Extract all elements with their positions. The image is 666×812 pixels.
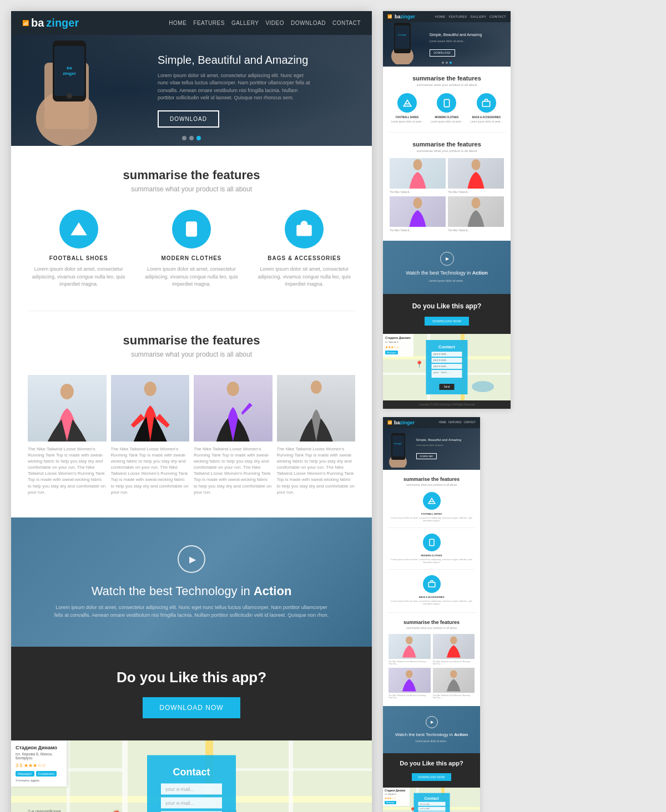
svg-point-16 [144,382,156,396]
preview1-route-btn[interactable]: Маршрут [385,351,398,354]
preview2-nav-3[interactable]: CONTACT [464,421,476,424]
preview1-contact-input-3[interactable] [432,364,462,369]
preview1-contact-input-2[interactable] [432,358,462,363]
preview2-input-1[interactable] [418,802,445,806]
svg-text:zinger: zinger [63,71,76,76]
nav-home[interactable]: HOME [169,20,186,26]
hero-content: Simple, Beautiful and Amazing Lorem ipsu… [158,54,313,128]
gallery-caption-2: The Nike Tailwind Loose Women's Running … [111,446,190,496]
preview1-nav-contact[interactable]: CONTACT [490,15,506,18]
preview2-feature-2: MODERN CLOTHES Lorem ipsum dolor sit ame… [389,534,475,564]
video-section: Watch the best Technology in Action Lore… [11,517,372,647]
preview1-feature-desc-1: Lorem ipsum dolor sit amet... [390,120,425,124]
map-sidebar: Стадион Динамо пл. Кирова 8, Минск, Бела… [11,740,67,786]
map-route-button[interactable]: Маршрут [16,771,34,777]
preview1-hero: bazinger Simple, Beautiful and Amazing L… [383,22,511,67]
preview1-video: ▶ Watch the best Technology in Action Lo… [383,241,511,294]
svg-point-73 [450,670,457,678]
nav-features[interactable]: FEATURES [193,20,225,26]
preview1-feature-name-3: BAGS & ACCESSORIES [469,116,504,119]
preview1-nav-gallery[interactable]: GALLERY [471,15,487,18]
contact-title: Contact [161,767,222,778]
site-logo[interactable]: 📶 bazinger [22,17,79,29]
feature-item-1: FOOTBALL SHOES Lorem ipsum dolor sit ame… [28,210,129,288]
preview1-gallery-img-4 [448,196,504,227]
preview1-cta-title: Do you Like this app? [390,302,504,310]
video-title-bold: Action [254,584,291,598]
preview2-gallery-grid: The Nike Tailwind Loose Women's Running … [389,634,475,699]
gallery-grid: The Nike Tailwind Loose Women's Running … [28,375,355,496]
preview1-feature-name-1: FOOTBALL SHOES [390,116,425,119]
feature-desc-1: Lorem ipsum dolor sit amet, consectetur … [28,266,129,288]
page-wrapper: 📶 bazinger HOME FEATURES GALLERY VIDEO D… [0,0,666,812]
svg-point-18 [310,380,321,394]
hero-title: Simple, Beautiful and Amazing [158,54,313,67]
gallery-image-2 [111,375,190,441]
preview1-nav: HOME FEATURES GALLERY CONTACT [435,15,506,18]
preview1-gallery-caption-2: The Nike Tailwind... [448,191,504,194]
preview1-feature-desc-2: Lorem ipsum dolor sit amet... [429,120,464,124]
preview2-video-title: Watch the best Technology in Action [395,732,468,737]
contact-email-2[interactable] [161,798,222,809]
preview1-nav-features[interactable]: FEATURES [449,15,467,18]
svg-point-70 [406,636,412,644]
preview1-gallery-item-2: The Nike Tailwind... [448,158,504,194]
nav-gallery[interactable]: GALLERY [231,20,259,26]
svg-rect-68 [429,539,433,546]
preview2-play-button[interactable]: ▶ [426,716,438,728]
preview1-submit-btn[interactable]: Send [440,384,455,390]
preview1-gallery-item-1: The Nike Tailwind... [390,158,446,194]
preview1-pin: 📍 [415,361,423,368]
preview2-gallery-caption-4: The Nike Tailwind Loose Women's Running … [433,694,475,699]
nav-download[interactable]: DOWNLOAD [291,20,326,26]
preview2-features-list: FOOTBALL SHOES Lorem ipsum dolor sit ame… [389,492,475,606]
preview1-cta-btn[interactable]: Download now [425,317,469,326]
preview1-feature-icon-3 [477,93,496,113]
preview2-cta-btn[interactable]: Download now [412,773,451,781]
preview1-download-btn[interactable]: DOWNLOAD [430,49,456,57]
preview2-download-btn[interactable]: DOWNLOAD [416,453,437,459]
preview1-play-button[interactable]: ▶ [440,252,454,266]
preview2-input-2[interactable] [418,806,445,810]
map-save-button[interactable]: Сохранить [36,771,57,777]
preview2-route-btn[interactable]: Маршрут [385,801,396,804]
gallery-item-1: The Nike Tailwind Loose Women's Running … [28,375,107,496]
preview1-gallery-img-1 [390,158,446,189]
preview1-dot1 [442,62,444,64]
preview1-feature-2: MODERN CLOTHES Lorem ipsum dolor sit ame… [429,93,464,124]
preview1-feature-3: BAGS & ACCESSORIES Lorem ipsum dolor sit… [469,93,504,124]
play-button[interactable] [178,545,205,573]
preview1-features-title: summarise the features [390,75,504,82]
gallery-section: summarise the features summarise what yo… [11,311,372,518]
preview1-contact-input-1[interactable] [432,352,462,357]
preview1-contact-textarea[interactable] [432,370,462,378]
cta-download-button[interactable]: Download now [143,697,240,718]
dot-3[interactable] [196,136,201,140]
map-sidebar-action[interactable]: Уточнить адрес [16,779,62,782]
preview1-location-addr: пл. Кирова 8 [385,341,411,343]
dot-2[interactable] [189,136,194,140]
preview2-gallery-caption-3: The Nike Tailwind Loose Women's Running … [389,694,431,699]
hero-download-button[interactable]: DOWNLOAD [158,110,219,128]
preview1-location-name: Стадион Динамо [385,336,411,339]
preview1-nav-home[interactable]: HOME [435,15,446,18]
preview1-map-btns: Маршрут [385,351,411,354]
cta-section: Do you Like this app? Download now [11,647,372,740]
preview1-gallery-item-4: The Nike Tailwind... [448,196,504,232]
previews-container: 📶 bazinger HOME FEATURES GALLERY CONTACT [383,11,511,812]
svg-point-71 [450,636,457,644]
preview2-feature-icon-2 [423,534,441,551]
nav-video[interactable]: VIDEO [265,20,284,26]
preview2-nav-2[interactable]: FEATURES [448,421,462,424]
preview2-map-sidebar: Стадион Динамо пл. Кирова 8 ★★★☆☆ Маршру… [383,788,410,806]
dot-1[interactable] [182,136,186,140]
preview1-cta: Do you Like this app? Download now [383,294,511,334]
preview1-video-title: Watch the best Technology in Action [406,270,488,276]
contact-email-1[interactable] [161,784,222,795]
svg-rect-10 [186,222,196,236]
preview2-nav-1[interactable]: HOME [438,421,446,424]
nav-contact[interactable]: CONTACT [332,20,361,26]
map-rating: 3.5 ★★★☆☆ [16,763,62,768]
preview2-img-2: The Nike Tailwind Loose Women's Running … [433,634,475,666]
gallery-image-4 [277,375,356,441]
